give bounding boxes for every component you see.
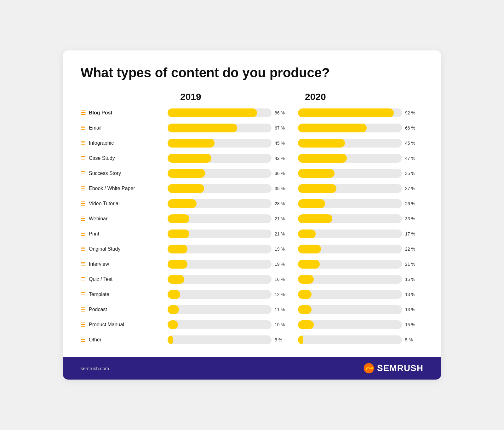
bar-fill: [298, 124, 367, 132]
bar-value-label: 36 %: [275, 171, 288, 176]
row-label: ☰Video Tutorial: [81, 200, 163, 207]
bar-fill: [298, 275, 314, 284]
bar-track: [168, 199, 272, 208]
table-row: ☰Email67 %66 %: [81, 121, 423, 135]
bar-wrapper: 86 %: [168, 108, 288, 117]
doc-icon: ☰: [81, 109, 86, 116]
bar-fill: [298, 169, 335, 178]
bar-2019: 45 %: [163, 137, 293, 149]
label-text: Product Manual: [89, 322, 124, 328]
bar-track: [168, 230, 272, 238]
table-row: ☰Blog Post86 %92 %: [81, 106, 423, 120]
row-label: ☰Print: [81, 230, 163, 237]
bar-fill: [298, 199, 325, 208]
year-headers: 2019 2020: [81, 91, 423, 102]
bar-fill: [298, 320, 314, 329]
bar-track: [298, 275, 402, 284]
bar-value-label: 19 %: [275, 262, 288, 267]
doc-icon: ☰: [81, 321, 86, 328]
bar-2020: 21 %: [293, 259, 423, 270]
bar-fill: [168, 305, 179, 314]
row-label: ☰Infographic: [81, 140, 163, 147]
bar-wrapper: 13 %: [298, 290, 418, 299]
bar-track: [298, 335, 402, 344]
table-row: ☰Webinar21 %33 %: [81, 212, 423, 226]
bar-wrapper: 21 %: [168, 230, 288, 238]
table-row: ☰Infographic45 %45 %: [81, 136, 423, 150]
bar-wrapper: 22 %: [298, 245, 418, 253]
bar-fill: [298, 305, 312, 314]
bar-wrapper: 15 %: [298, 275, 418, 284]
bar-track: [298, 108, 402, 117]
bar-wrapper: 21 %: [168, 214, 288, 223]
bar-value-label: 17 %: [405, 231, 418, 236]
doc-icon: ☰: [81, 215, 86, 222]
bar-fill: [298, 214, 332, 223]
table-row: ☰Success Story36 %35 %: [81, 166, 423, 180]
bar-wrapper: 35 %: [168, 184, 288, 193]
bar-value-label: 35 %: [275, 186, 288, 191]
bar-track: [168, 305, 272, 314]
bar-wrapper: 92 %: [298, 108, 418, 117]
bar-2019: 16 %: [163, 274, 293, 285]
bar-2019: 19 %: [163, 259, 293, 270]
label-text: Webinar: [89, 216, 107, 222]
bar-value-label: 10 %: [275, 322, 288, 327]
bar-2019: 28 %: [163, 198, 293, 209]
bar-value-label: 12 %: [275, 292, 288, 297]
row-label: ☰Success Story: [81, 170, 163, 177]
bar-wrapper: 10 %: [168, 320, 288, 329]
bar-wrapper: 26 %: [298, 199, 418, 208]
bar-track: [168, 260, 272, 269]
bar-fill: [168, 169, 205, 178]
bar-fill: [298, 154, 347, 163]
table-row: ☰Interview19 %21 %: [81, 257, 423, 271]
bar-track: [168, 245, 272, 253]
bar-track: [298, 305, 402, 314]
bar-track: [298, 320, 402, 329]
bar-track: [298, 199, 402, 208]
bar-2019: 19 %: [163, 243, 293, 255]
doc-icon: ☰: [81, 276, 86, 283]
bar-wrapper: 19 %: [168, 245, 288, 253]
bar-value-label: 5 %: [405, 337, 418, 342]
bar-track: [298, 154, 402, 163]
bar-track: [168, 139, 272, 148]
bar-2020: 13 %: [293, 289, 423, 300]
doc-icon: ☰: [81, 125, 86, 131]
bar-fill: [168, 199, 197, 208]
bar-2019: 12 %: [163, 289, 293, 300]
bar-2020: 15 %: [293, 274, 423, 285]
bar-fill: [298, 290, 312, 299]
bar-fill: [168, 139, 215, 148]
main-card: What types of content do you produce? 20…: [63, 50, 441, 380]
row-label: ☰Blog Post: [81, 109, 163, 116]
bar-2020: 37 %: [293, 183, 423, 194]
bar-fill: [168, 260, 187, 269]
label-text: Blog Post: [89, 110, 112, 116]
row-label: ☰Podcast: [81, 306, 163, 313]
bar-2019: 21 %: [163, 228, 293, 240]
bar-wrapper: 19 %: [168, 260, 288, 269]
row-label: ☰Email: [81, 125, 163, 131]
row-label: ☰Webinar: [81, 215, 163, 222]
bar-wrapper: 66 %: [298, 124, 418, 132]
chart-area: 2019 2020 ☰Blog Post86 %92 %☰Email67 %66…: [81, 91, 423, 347]
bar-value-label: 67 %: [275, 125, 288, 131]
doc-icon: ☰: [81, 306, 86, 313]
bar-fill: [168, 290, 180, 299]
bar-wrapper: 11 %: [168, 305, 288, 314]
chart-title: What types of content do you produce?: [81, 66, 423, 80]
bar-fill: [168, 335, 173, 344]
bar-value-label: 37 %: [405, 186, 418, 191]
table-row: ☰Other5 %5 %: [81, 333, 423, 347]
bar-wrapper: 5 %: [168, 335, 288, 344]
bar-track: [168, 169, 272, 178]
bar-fill: [168, 124, 237, 132]
bar-wrapper: 42 %: [168, 154, 288, 163]
bar-2020: 22 %: [293, 243, 423, 255]
label-text: Email: [89, 125, 101, 131]
bar-value-label: 42 %: [275, 156, 288, 161]
chart-rows: ☰Blog Post86 %92 %☰Email67 %66 %☰Infogra…: [81, 106, 423, 347]
bar-wrapper: 45 %: [298, 139, 418, 148]
